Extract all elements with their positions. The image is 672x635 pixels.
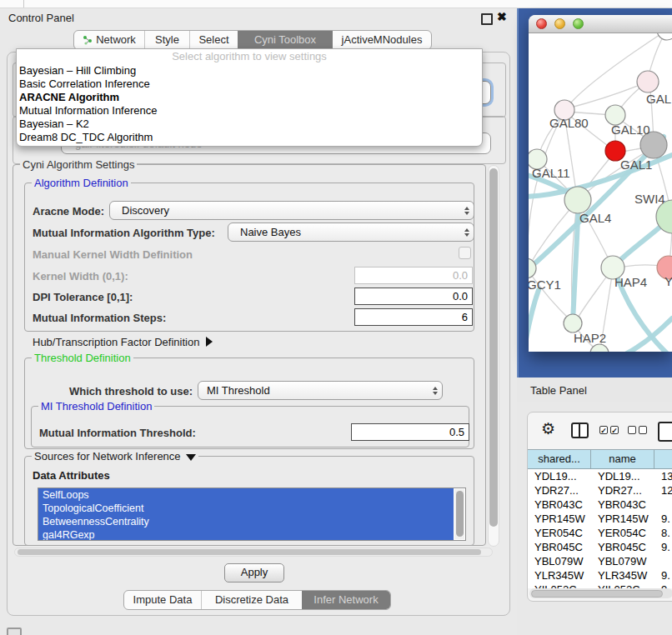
tab-label: Network [96,31,136,49]
which-threshold-combobox[interactable]: MI Threshold [198,381,443,400]
table-cell: YLR345W [528,568,591,582]
column-header-name[interactable]: name [591,450,654,468]
algorithm-dropdown: Select algorithm to view settings Bayesi… [16,48,483,147]
table-horizontal-scrollbar-thumb[interactable] [531,590,663,598]
table-cell: YBR045C [528,540,591,554]
combo-arrows-icon [460,228,474,237]
node-gal-partial[interactable] [637,71,659,92]
node-table: shared...nameA [528,449,672,469]
aracne-mode-value: Discovery [110,204,460,217]
bottom-tab-discretize-data[interactable]: Discretize Data [201,591,302,609]
table-panel-title: Table Panel [530,384,587,397]
attribute-item-selected[interactable]: SelfLoops [38,488,454,502]
algorithm-definition-legend: Algorithm Definition [32,177,131,189]
table-cell: YBL079W [591,554,654,568]
table-cell: YDR27... [591,483,654,498]
bottom-tab-infer-network[interactable]: Infer Network [302,591,390,609]
kernel-width-field[interactable]: 0.0 [354,267,473,284]
screen: Control Panel ✖ NetworkStyleSelectCyni T… [0,0,672,635]
table-row[interactable]: YBL079WYBL079W [528,554,672,568]
attribute-item-selected[interactable]: gal4RGexp [38,528,454,541]
table-row[interactable]: YPR145WYPR145W9. [528,512,672,526]
table-cell: YBR045C [591,540,654,554]
table-row[interactable]: YDL19...YDL19...13 [528,469,672,483]
zoom-traffic-light[interactable] [573,18,584,29]
attribute-item-selected[interactable]: BetweennessCentrality [38,515,454,528]
combo-arrows-icon [460,207,474,215]
columns-icon[interactable] [571,422,589,438]
node-table-rows: YDL19...YDL19...13YDR27...YDR27...12YBR0… [528,469,672,588]
apply-button[interactable]: Apply [224,563,284,582]
algorithm-option[interactable]: Dream8 DC_TDC Algorithm [17,131,482,144]
algorithm-option[interactable]: ARACNE Algorithm [17,91,482,104]
table-row[interactable]: YBR045CYBR045C9. [528,540,672,554]
algorithm-option[interactable]: Bayesian – K2 [17,118,482,131]
column-header-shared[interactable]: shared... [528,450,591,468]
table-row[interactable]: YIL052CYIL052C9 [528,582,672,588]
gear-icon[interactable]: ⚙ [541,420,555,438]
algorithm-option[interactable]: Basic Correlation Inference [17,78,482,91]
table-cell: 12 [654,483,672,498]
hub-definition-toggle[interactable]: Hub/Transcription Factor Definition [33,336,213,348]
deselect-all-columns-icon[interactable] [628,426,647,434]
network-window-titlebar[interactable] [529,15,672,33]
table-row[interactable]: YER054CYER054C8. [528,526,672,540]
algorithm-option[interactable]: Mutual Information Inference [17,104,482,118]
tab-style[interactable]: Style [144,31,189,49]
mi-threshold-definition-legend: MI Threshold Definition [38,400,154,412]
float-panel-icon[interactable] [481,13,493,25]
collapsed-panel-icon[interactable] [7,628,22,635]
table-cell: YDL19... [528,469,591,483]
close-panel-icon[interactable]: ✖ [497,10,507,23]
mi-threshold-field[interactable]: 0.5 [351,423,469,441]
attribute-item-selected[interactable]: TopologicalCoefficient [38,502,454,515]
table-row[interactable]: YBR043CYBR043C [528,498,672,512]
algorithm-option[interactable]: Bayesian – Hill Climbing [17,64,482,78]
tab-label: Cyni Toolbox [254,31,316,49]
tab-label: Discretize Data [215,591,288,609]
network-graph: GALGAL80GAL10GAL1GAL11GAL4SWI4HAP4YGCY1H… [529,33,672,352]
kernel-width-label: Kernel Width (0,1): [33,270,128,282]
column-header-a[interactable]: A [654,450,672,468]
aracne-mode-combobox[interactable]: Discovery [109,201,474,220]
node-hap2[interactable] [564,314,582,332]
select-all-columns-icon[interactable]: ✓ ✓ [599,426,619,434]
which-threshold-value: MI Threshold [198,384,429,397]
settings-vertical-scrollbar-thumb[interactable] [489,168,498,527]
network-edge [529,290,539,343]
tab-network[interactable]: Network [74,31,144,49]
node-bottom[interactable] [590,344,609,352]
dpi-tolerance-field[interactable]: 0.0 [354,288,473,305]
table-row[interactable]: YLR345WYLR345W9. [528,568,672,582]
network-canvas[interactable]: GALGAL80GAL10GAL1GAL11GAL4SWI4HAP4YGCY1H… [529,33,672,352]
mi-algorithm-type-combobox[interactable]: Naive Bayes [228,222,474,242]
bottom-tab-impute-data[interactable]: Impute Data [124,591,201,609]
manual-kernel-width-checkbox[interactable] [459,247,471,259]
node-gal4[interactable] [564,187,591,213]
unchecked-box-icon [639,426,647,434]
table-row[interactable]: YDR27...YDR27...12 [528,483,672,498]
tab-jactivemnodules[interactable]: jActiveMNodules [333,31,431,49]
attributes-scrollbar [454,489,464,539]
tab-select[interactable]: Select [189,31,238,49]
table-mode-icon[interactable] [658,422,672,442]
close-traffic-light[interactable] [536,18,547,29]
tab-label: jActiveMNodules [342,31,423,49]
table-cell [654,554,672,568]
attributes-scrollbar-thumb[interactable] [456,491,464,537]
minimize-traffic-light[interactable] [554,18,565,29]
node-top[interactable] [657,33,672,40]
table-cell: YDR27... [528,483,591,498]
node-y-partial-label: Y [664,274,672,288]
node-hap4-label: HAP4 [614,275,647,289]
node-gal10-label: GAL10 [611,122,650,137]
tab-label: Infer Network [313,591,378,609]
control-panel-tabbar: NetworkStyleSelectCyni ToolboxjActiveMNo… [73,30,432,50]
tab-cyni-toolbox[interactable]: Cyni Toolbox [238,31,333,49]
control-panel-titlebar: Control Panel ✖ [0,8,517,28]
table-cell: YPR145W [528,512,591,526]
network-view-window: GALGAL80GAL10GAL1GAL11GAL4SWI4HAP4YGCY1H… [529,15,672,352]
mi-steps-field[interactable]: 6 [354,308,473,326]
sources-legend-toggle[interactable]: Sources for Network Inference [32,450,198,462]
settings-horizontal-scrollbar-thumb[interactable] [18,549,481,555]
